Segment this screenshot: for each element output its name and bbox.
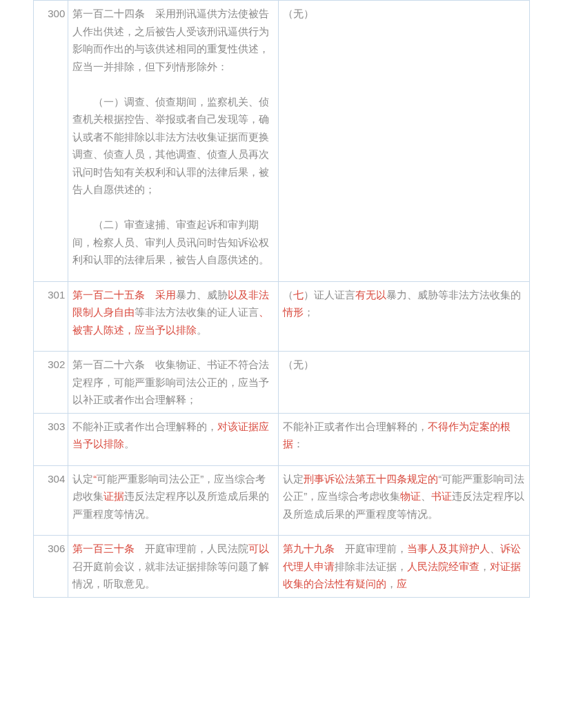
table-row: 300第一百二十四条 采用刑讯逼供方法使被告人作出供述，之后被告人受该刑讯逼供行… bbox=[34, 1, 530, 282]
left-text-cell: 第一百二十六条 收集物证、书证不符合法定程序，可能严重影响司法公正的，应当予以补… bbox=[68, 352, 279, 414]
table-row: 303不能补正或者作出合理解释的，对该证据应当予以排除。不能补正或者作出合理解释… bbox=[34, 413, 530, 465]
row-number: 306 bbox=[34, 536, 68, 598]
right-text-cell: 认定刑事诉讼法第五十四条规定的“可能严重影响司法公正”，应当综合考虑收集物证、书… bbox=[279, 465, 530, 536]
table-row: 301第一百二十五条 采用暴力、威胁以及非法限制人身自由等非法方法收集的证人证言… bbox=[34, 281, 530, 352]
table-row: 306第一百三十条 开庭审理前，人民法院可以召开庭前会议，就非法证据排除等问题了… bbox=[34, 536, 530, 598]
row-number: 301 bbox=[34, 281, 68, 352]
right-text-cell: （无） bbox=[279, 1, 530, 282]
left-text-cell: 不能补正或者作出合理解释的，对该证据应当予以排除。 bbox=[68, 413, 279, 465]
left-text-cell: 认定“可能严重影响司法公正”，应当综合考虑收集证据违反法定程序以及所造成后果的严… bbox=[68, 465, 279, 536]
right-text-cell: 不能补正或者作出合理解释的，不得作为定案的根据： bbox=[279, 413, 530, 465]
comparison-table: 300第一百二十四条 采用刑讯逼供方法使被告人作出供述，之后被告人受该刑讯逼供行… bbox=[33, 0, 530, 598]
row-number: 303 bbox=[34, 413, 68, 465]
right-text-cell: 第九十九条 开庭审理前，当事人及其辩护人、诉讼代理人申请排除非法证据，人民法院经… bbox=[279, 536, 530, 598]
right-text-cell: （七）证人证言有无以暴力、威胁等非法方法收集的情形； bbox=[279, 281, 530, 352]
left-text-cell: 第一百三十条 开庭审理前，人民法院可以召开庭前会议，就非法证据排除等问题了解情况… bbox=[68, 536, 279, 598]
row-number: 304 bbox=[34, 465, 68, 536]
table-row: 302第一百二十六条 收集物证、书证不符合法定程序，可能严重影响司法公正的，应当… bbox=[34, 352, 530, 414]
left-text-cell: 第一百二十五条 采用暴力、威胁以及非法限制人身自由等非法方法收集的证人证言、被害… bbox=[68, 281, 279, 352]
row-number: 302 bbox=[34, 352, 68, 414]
row-number: 300 bbox=[34, 1, 68, 282]
left-text-cell: 第一百二十四条 采用刑讯逼供方法使被告人作出供述，之后被告人受该刑讯逼供行为影响… bbox=[68, 1, 279, 282]
table-row: 304认定“可能严重影响司法公正”，应当综合考虑收集证据违反法定程序以及所造成后… bbox=[34, 465, 530, 536]
right-text-cell: （无） bbox=[279, 352, 530, 414]
